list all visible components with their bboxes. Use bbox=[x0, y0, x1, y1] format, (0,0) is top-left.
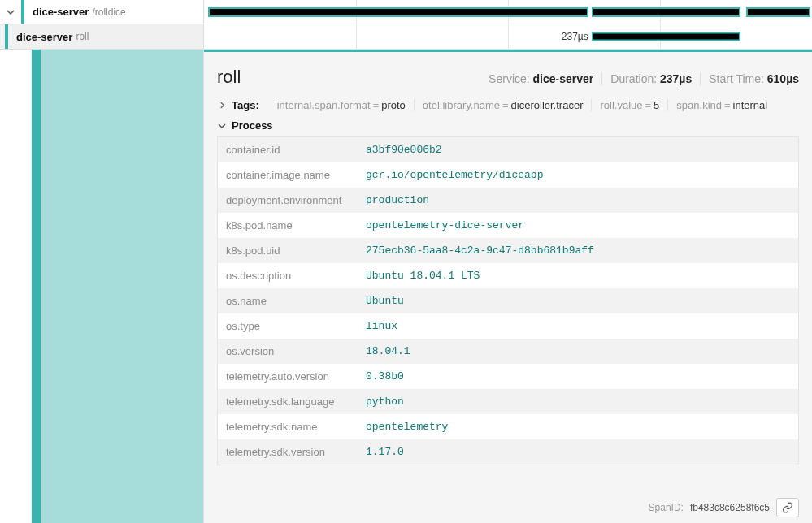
tag-item: internal.span.format=proto bbox=[269, 99, 415, 111]
process-key: telemetry.sdk.version bbox=[226, 446, 366, 458]
process-key: telemetry.sdk.language bbox=[226, 395, 366, 408]
process-title: Process bbox=[232, 119, 273, 132]
process-key: os.type bbox=[226, 320, 366, 332]
detail-meta: Service: dice-server Duration: 237µs Sta… bbox=[480, 72, 799, 85]
process-row: container.ida3bf90e006b2 bbox=[218, 137, 798, 162]
process-row: deployment.environmentproduction bbox=[218, 188, 798, 213]
trace-row-child[interactable]: dice-server roll 237µs bbox=[0, 24, 812, 49]
process-row: os.descriptionUbuntu 18.04.1 LTS bbox=[218, 263, 798, 288]
meta-service-value: dice-server bbox=[533, 72, 594, 85]
chevron-right-icon[interactable] bbox=[217, 101, 227, 110]
service-name: dice-server bbox=[16, 31, 72, 43]
process-key: container.id bbox=[226, 144, 366, 156]
process-value: Ubuntu bbox=[366, 295, 790, 307]
process-key: telemetry.auto.version bbox=[226, 370, 366, 383]
process-row: k8s.pod.nameopentelemetry-dice-server bbox=[218, 213, 798, 238]
trace-gutter bbox=[0, 50, 204, 523]
span-color-bar bbox=[5, 24, 8, 49]
tags-container: internal.span.format=protootel.library.n… bbox=[269, 99, 776, 111]
meta-duration-label: Duration: bbox=[610, 72, 657, 85]
process-row: telemetry.auto.version0.38b0 bbox=[218, 364, 798, 389]
span-bar-segment[interactable] bbox=[593, 9, 740, 15]
trace-row-child-label-area: dice-server roll bbox=[0, 24, 204, 49]
span-bar-segment[interactable] bbox=[210, 9, 587, 15]
process-row: telemetry.sdk.version1.17.0 bbox=[218, 439, 798, 465]
trace-row-parent[interactable]: dice-server /rolldice bbox=[0, 0, 812, 24]
chevron-down-icon[interactable] bbox=[5, 6, 16, 18]
process-row: k8s.pod.uid275ecb36-5aa8-4c2a-9c47-d8bb6… bbox=[218, 238, 798, 263]
process-value: production bbox=[366, 194, 790, 206]
body-area: roll Service: dice-server Duration: 237µ… bbox=[0, 50, 812, 523]
process-value: a3bf90e006b2 bbox=[366, 144, 790, 156]
process-value: opentelemetry-dice-server bbox=[366, 219, 790, 231]
process-key: deployment.environment bbox=[226, 194, 366, 206]
process-key: telemetry.sdk.name bbox=[226, 421, 366, 433]
span-bar-segment[interactable] bbox=[748, 9, 809, 15]
process-key: container.image.name bbox=[226, 169, 366, 181]
trace-row-child-timeline: 237µs bbox=[204, 24, 812, 49]
trace-rows: dice-server /rolldice dice-server roll 2… bbox=[0, 0, 812, 50]
process-value: 1.17.0 bbox=[366, 446, 790, 458]
span-duration-label: 237µs bbox=[562, 31, 593, 42]
span-title: roll bbox=[217, 67, 241, 88]
span-bar[interactable] bbox=[593, 34, 740, 40]
process-row: os.version18.04.1 bbox=[218, 339, 798, 364]
process-value: opentelemetry bbox=[366, 421, 790, 433]
process-key: k8s.pod.uid bbox=[226, 244, 366, 257]
tags-title: Tags: bbox=[232, 99, 259, 111]
process-value: 0.38b0 bbox=[366, 370, 790, 383]
process-value: Ubuntu 18.04.1 LTS bbox=[366, 270, 790, 282]
process-header[interactable]: Process bbox=[217, 119, 799, 132]
process-table: container.ida3bf90e006b2container.image.… bbox=[217, 136, 799, 465]
operation-name: /rolldice bbox=[92, 6, 125, 18]
operation-name: roll bbox=[76, 31, 89, 42]
process-key: os.description bbox=[226, 270, 366, 282]
trace-row-parent-timeline bbox=[204, 0, 812, 24]
process-row: os.nameUbuntu bbox=[218, 288, 798, 313]
tags-line: Tags: internal.span.format=protootel.lib… bbox=[217, 99, 799, 111]
meta-service-label: Service: bbox=[489, 72, 530, 85]
meta-start-label: Start Time: bbox=[709, 72, 764, 85]
detail-footer: SpanID: fb483c8c6258f6c5 bbox=[649, 498, 799, 517]
spanid-label: SpanID: bbox=[649, 502, 684, 513]
detail-header: roll Service: dice-server Duration: 237µ… bbox=[217, 67, 799, 88]
process-row: container.image.namegcr.io/opentelemetry… bbox=[218, 162, 798, 188]
process-value: gcr.io/opentelemetry/diceapp bbox=[366, 169, 790, 181]
meta-start-value: 610µs bbox=[767, 72, 799, 85]
copy-link-button[interactable] bbox=[776, 498, 799, 517]
tag-item: otel.library.name=diceroller.tracer bbox=[415, 99, 593, 111]
meta-duration-value: 237µs bbox=[660, 72, 692, 85]
tag-item: span.kind=internal bbox=[668, 99, 775, 111]
spanid-value: fb483c8c6258f6c5 bbox=[690, 502, 770, 513]
process-value: 275ecb36-5aa8-4c2a-9c47-d8bb681b9aff bbox=[366, 244, 790, 257]
tag-item: roll.value=5 bbox=[592, 99, 668, 111]
span-detail-panel: roll Service: dice-server Duration: 237µ… bbox=[204, 50, 812, 523]
service-name: dice-server bbox=[33, 6, 89, 18]
process-row: telemetry.sdk.nameopentelemetry bbox=[218, 414, 798, 439]
process-value: linux bbox=[366, 320, 790, 332]
process-row: os.typelinux bbox=[218, 313, 798, 339]
process-key: k8s.pod.name bbox=[226, 219, 366, 231]
process-value: python bbox=[366, 395, 790, 408]
chevron-down-icon bbox=[217, 121, 227, 131]
process-key: os.name bbox=[226, 295, 366, 307]
process-row: telemetry.sdk.languagepython bbox=[218, 389, 798, 414]
trace-row-parent-label-area: dice-server /rolldice bbox=[0, 0, 204, 24]
process-value: 18.04.1 bbox=[366, 345, 790, 357]
span-color-bar bbox=[21, 0, 24, 24]
process-key: os.version bbox=[226, 345, 366, 357]
